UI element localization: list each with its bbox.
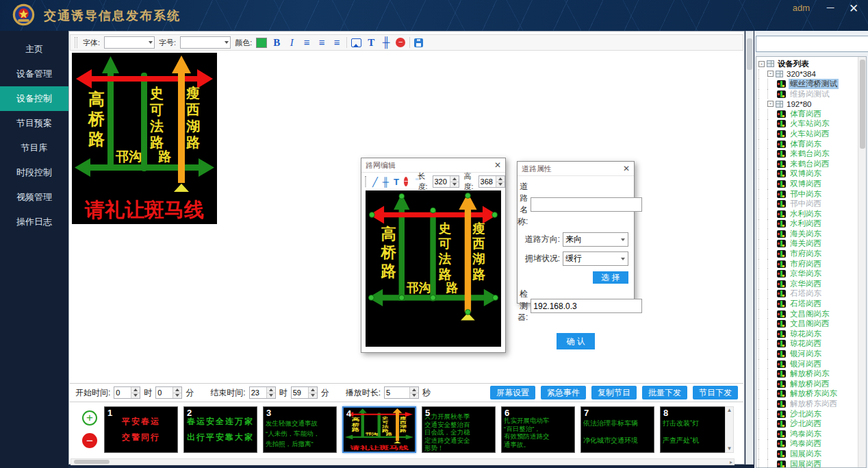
expander-icon[interactable]: -	[758, 61, 765, 67]
tree-device-item[interactable]: 石塔岗西	[758, 299, 857, 309]
minimize-icon[interactable]: ─	[823, 1, 838, 13]
tree-device-item[interactable]: 市府岗东	[758, 249, 857, 259]
delete-icon[interactable]: −	[396, 38, 405, 47]
height-input[interactable]	[479, 176, 496, 187]
italic-button[interactable]: I	[286, 36, 297, 49]
height-stepper[interactable]	[478, 175, 505, 188]
end-hour-stepper[interactable]	[249, 386, 276, 399]
scrollbar-thumb[interactable]	[747, 38, 752, 70]
close-icon[interactable]: ✕	[846, 1, 861, 16]
editor-canvas[interactable]: 高桥路史可法路瘦西湖路邗沟路请礼让斑马线 路网编辑 ✕ ╱ ╫ T − 长度:	[70, 51, 743, 382]
start-hour-input[interactable]	[114, 387, 131, 398]
program-thumbnail[interactable]: 2春运安全连万家出行平安靠大家	[183, 406, 257, 453]
step-up-icon[interactable]	[410, 387, 418, 393]
scroll-right-icon[interactable]: ▸	[730, 459, 732, 465]
tree-device-item[interactable]: 国展岗东	[758, 449, 857, 459]
save-icon[interactable]	[414, 38, 423, 47]
step-down-icon[interactable]	[450, 182, 459, 188]
start-minute-input[interactable]	[156, 387, 173, 398]
tree-device-item[interactable]: 来鹤台岗西	[758, 159, 857, 169]
sidebar-item[interactable]: 操作日志	[0, 210, 68, 234]
sidebar-item[interactable]: 设备控制	[0, 86, 68, 111]
horizontal-scrollbar[interactable]: ▸	[71, 458, 735, 465]
close-icon[interactable]: ✕	[623, 164, 630, 173]
program-thumbnail[interactable]: 5大力开展秋冬季交通安全整治百日会战，全力稳定道路交通安全形势！	[422, 406, 496, 453]
tree-device-item[interactable]: 海关岗西	[758, 239, 857, 249]
action-button[interactable]: 屏幕设置	[490, 386, 535, 399]
tree-device-item[interactable]: 海关岗东	[758, 229, 857, 239]
action-button[interactable]: 节目下发	[693, 386, 738, 399]
step-down-icon[interactable]	[496, 182, 505, 188]
tree-device-item[interactable]: 京华岗西	[758, 279, 857, 289]
text-tool-icon[interactable]: T	[394, 177, 399, 187]
action-button[interactable]: 紧急事件	[541, 386, 586, 399]
expander-icon[interactable]: -	[767, 101, 774, 107]
tree-device-item[interactable]: 琼花岗西	[758, 339, 857, 349]
start-minute-stepper[interactable]	[155, 386, 182, 399]
main-scrollbar[interactable]	[745, 31, 754, 465]
tree-device-item[interactable]: 银河岗西	[758, 359, 857, 369]
tree-scrollbar[interactable]	[858, 57, 866, 467]
align-center-icon[interactable]: ≡	[316, 36, 327, 49]
tree-group[interactable]: -320*384	[758, 69, 857, 79]
color-swatch[interactable]	[256, 38, 267, 48]
confirm-button[interactable]: 确 认	[557, 333, 595, 349]
duration-stepper[interactable]	[384, 386, 419, 399]
program-thumbnail[interactable]: 7依法治理非标车辆净化城市交通环境	[580, 406, 654, 453]
tree-device-item[interactable]: 文昌阁岗东	[758, 309, 857, 319]
tree-device-item[interactable]: 维扬岗测试	[758, 89, 857, 99]
tree-device-item[interactable]: 沙北岗东	[758, 409, 857, 419]
dialog-titlebar[interactable]: 路网编辑 ✕	[361, 158, 505, 173]
size-select[interactable]	[180, 36, 231, 49]
action-button[interactable]: 复制节目	[591, 386, 637, 399]
length-stepper[interactable]	[433, 175, 459, 188]
tree-device-item[interactable]: 解放桥岗东	[758, 369, 857, 379]
tree-device-item[interactable]: 双博岗西	[758, 179, 857, 189]
road-tool-icon[interactable]: ╫	[383, 177, 389, 187]
program-thumbnail[interactable]: 4高桥路史可法路瘦西湖路邗沟路请礼让斑马线	[342, 406, 416, 453]
strip-scrollbar[interactable]: ▲ ▼	[725, 406, 734, 453]
step-up-icon[interactable]	[173, 387, 181, 393]
remove-program-button[interactable]: −	[82, 433, 97, 448]
step-down-icon[interactable]	[131, 393, 140, 399]
detector-field[interactable]	[531, 299, 642, 313]
scroll-down-icon[interactable]: ▼	[727, 445, 732, 452]
tree-device-item[interactable]: 沙北岗西	[758, 419, 857, 429]
delete-tool-icon[interactable]: −	[404, 177, 408, 186]
step-down-icon[interactable]	[267, 393, 275, 399]
font-select[interactable]	[104, 36, 155, 49]
dialog-titlebar[interactable]: 道路属性 ✕	[518, 162, 634, 176]
start-hour-stepper[interactable]	[114, 386, 140, 399]
scroll-up-icon[interactable]: ▲	[727, 407, 732, 414]
step-up-icon[interactable]	[450, 176, 459, 182]
program-thumbnail[interactable]: 6扎实开展电动车“百日整治”，有效预防道路交通事故。	[501, 406, 575, 453]
duration-input[interactable]	[385, 387, 409, 398]
step-up-icon[interactable]	[309, 387, 317, 393]
step-up-icon[interactable]	[131, 387, 140, 393]
tree-group[interactable]: -192*80	[758, 99, 857, 109]
tree-device-item[interactable]: 火车站岗东	[758, 119, 857, 130]
sidebar-item[interactable]: 节目预案	[0, 111, 68, 136]
step-up-icon[interactable]	[496, 176, 505, 182]
tree-root[interactable]: -设备列表	[758, 59, 857, 69]
tree-device-item[interactable]: 邗中岗西	[758, 199, 857, 209]
sidebar-item[interactable]: 时段控制	[0, 160, 68, 185]
bold-button[interactable]: B	[271, 36, 282, 49]
length-input[interactable]	[433, 176, 450, 187]
step-down-icon[interactable]	[309, 393, 317, 399]
tree-device-item[interactable]: 石塔岗东	[758, 289, 857, 299]
image-icon[interactable]	[351, 38, 361, 47]
road-name-field[interactable]	[531, 197, 642, 212]
sidebar-item[interactable]: 视频管理	[0, 185, 68, 210]
line-tool-icon[interactable]: ╱	[372, 177, 378, 187]
close-icon[interactable]: ✕	[494, 160, 501, 170]
tree-device-item[interactable]: 鸿泰岗东	[758, 429, 857, 439]
sidebar-item[interactable]: 主页	[0, 37, 68, 62]
tree-device-item[interactable]: 双博岗东	[758, 169, 857, 180]
scrollbar-thumb[interactable]	[860, 60, 865, 149]
tree-device-item[interactable]: 国展岗西	[758, 459, 857, 468]
tree-device-item[interactable]: 鸿泰岗西	[758, 439, 857, 449]
expander-icon[interactable]: -	[767, 71, 774, 77]
scrollbar-thumb[interactable]	[74, 460, 110, 464]
tree-device-item[interactable]: 来鹤台岗东	[758, 149, 857, 159]
